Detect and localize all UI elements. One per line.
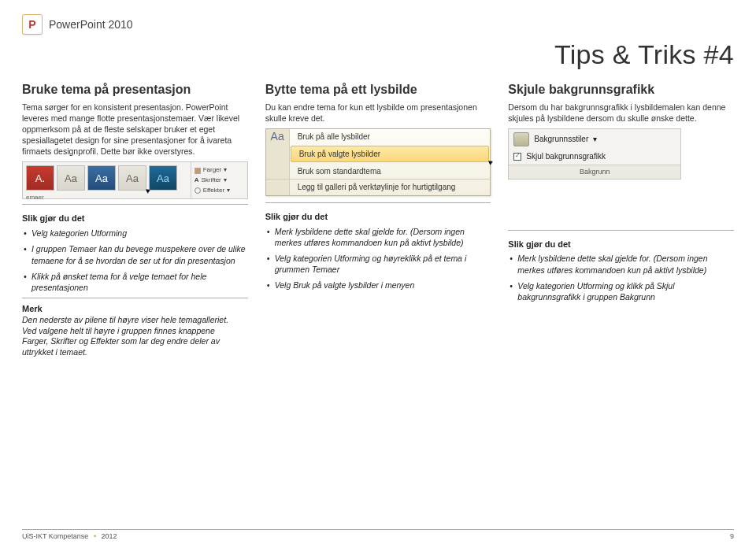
- fonts-button[interactable]: ASkrifter ▾: [195, 176, 244, 185]
- context-menu: Aa Bruk på alle lysbilder Bruk på valgte…: [265, 128, 491, 196]
- effects-button[interactable]: Effekter ▾: [195, 187, 244, 195]
- menu-item-selected[interactable]: Bruk på valgte lysbilder: [266, 145, 491, 164]
- menu-gutter: [266, 145, 290, 164]
- divider: [265, 202, 491, 203]
- button-label: Bakgrunnsstiler: [534, 134, 588, 145]
- theme-options: Farger ▾ ASkrifter ▾ Effekter ▾: [191, 162, 247, 198]
- app-title: PowerPoint 2010: [49, 18, 133, 31]
- panel-group-label: Bakgrunn: [509, 165, 680, 178]
- divider: [22, 204, 248, 205]
- chevron-down-icon: ▾: [593, 134, 597, 145]
- column-skjule-bakgrunn: Skjule bakgrunnsgrafikk Dersom du har ba…: [508, 81, 734, 358]
- gallery-group-label: emaer: [23, 194, 191, 204]
- menu-gutter: [266, 163, 290, 179]
- divider: [508, 230, 734, 231]
- header: P PowerPoint 2010: [22, 14, 734, 35]
- themes-gallery: A. Aa Aa Aa Aa emaer Farger ▾ ASkrifter …: [22, 161, 248, 199]
- background-panel: Bakgrunnsstiler ▾ ✓ Skjul bakgrunnsgrafi…: [508, 128, 681, 180]
- menu-gutter: [266, 180, 290, 195]
- background-styles-icon: [513, 132, 529, 146]
- divider: [22, 298, 248, 298]
- menu-item-label: Bruk på alle lysbilder: [290, 129, 491, 145]
- instr-item: I gruppen Temaer kan du bevege muspekere…: [22, 243, 248, 265]
- menu-item[interactable]: Aa Bruk på alle lysbilder: [266, 129, 491, 145]
- instr-item: Velg kategorien Utforming: [22, 228, 248, 239]
- theme-preview-icon: Aa: [266, 129, 290, 145]
- instr-item: Velg kategorien Utforming og høyreklikk …: [265, 253, 491, 275]
- checkbox-label: Skjul bakgrunnsgrafikk: [526, 151, 606, 162]
- footer: UiS-IKT Kompetanse • 2012 9: [22, 529, 734, 540]
- menu-item-label: Legg til galleri på verktøylinje for hur…: [290, 180, 491, 195]
- footer-org: UiS-IKT Kompetanse: [22, 532, 88, 540]
- theme-tiles: A. Aa Aa Aa Aa: [23, 162, 191, 194]
- col1-instructions: Slik gjør du det Velg kategorien Utformi…: [22, 213, 248, 293]
- instr-item: Merk lysbildene dette skal gjelde for. (…: [508, 253, 734, 275]
- page-title: Tips & Triks #4: [22, 39, 734, 70]
- col1-heading: Bruke tema på presentasjon: [22, 81, 248, 98]
- menu-item[interactable]: Bruk som standardtema: [266, 163, 491, 179]
- colors-button[interactable]: Farger ▾: [195, 166, 244, 175]
- menu-item-label: Bruk på valgte lysbilder: [291, 146, 490, 163]
- powerpoint-icon: P: [22, 14, 43, 35]
- column-bytte-tema: Bytte tema på ett lysbilde Du kan endre …: [265, 81, 491, 358]
- instr-item: Velg Bruk på valgte lysbilder i menyen: [265, 280, 491, 291]
- col1-body: Tema sørger for en konsistent presentasj…: [22, 102, 248, 157]
- col3-body: Dersom du har bakgrunnsgrafikk i lysbild…: [508, 102, 734, 124]
- col3-instructions: Slik gjør du det Merk lysbildene dette s…: [508, 239, 734, 303]
- footer-left: UiS-IKT Kompetanse • 2012: [22, 532, 117, 540]
- column-bruke-tema: Bruke tema på presentasjon Tema sørger f…: [22, 81, 248, 358]
- page-number: 9: [730, 532, 734, 540]
- menu-item[interactable]: Legg til galleri på verktøylinje for hur…: [266, 179, 491, 195]
- footer-year: 2012: [102, 532, 117, 540]
- col2-heading: Bytte tema på ett lysbilde: [265, 81, 491, 98]
- theme-tile[interactable]: A.: [26, 165, 54, 191]
- background-styles-button[interactable]: Bakgrunnsstiler ▾: [509, 129, 680, 150]
- content-columns: Bruke tema på presentasjon Tema sørger f…: [22, 81, 734, 358]
- menu-item-label: Bruk som standardtema: [290, 163, 491, 179]
- merk-title: Merk: [22, 303, 248, 315]
- instr-item: Merk lysbildene dette skal gjelde for. (…: [265, 226, 491, 248]
- instr-title: Slik gjør du det: [265, 211, 491, 223]
- checkbox-icon: ✓: [513, 153, 521, 161]
- instr-item: Velg kategorien Utforming og klikk på Sk…: [508, 280, 734, 302]
- col2-body: Du kan endre tema for kun ett lysbilde o…: [265, 102, 491, 124]
- theme-tile[interactable]: Aa: [57, 165, 85, 191]
- theme-tile[interactable]: Aa: [87, 165, 116, 191]
- col2-instructions: Slik gjør du det Merk lysbildene dette s…: [265, 211, 491, 291]
- theme-tile[interactable]: Aa: [149, 165, 177, 191]
- merk-body: Den nederste av pilene til høyre viser h…: [22, 315, 243, 358]
- bullet-icon: •: [94, 532, 96, 540]
- theme-tile-hovered[interactable]: Aa: [118, 165, 146, 191]
- col3-heading: Skjule bakgrunnsgrafikk: [508, 81, 734, 98]
- hide-background-checkbox[interactable]: ✓ Skjul bakgrunnsgrafikk: [509, 150, 680, 165]
- instr-item: Klikk på ønsket tema for å velge temaet …: [22, 271, 248, 293]
- instr-title: Slik gjør du det: [508, 239, 734, 250]
- instr-title: Slik gjør du det: [22, 213, 248, 224]
